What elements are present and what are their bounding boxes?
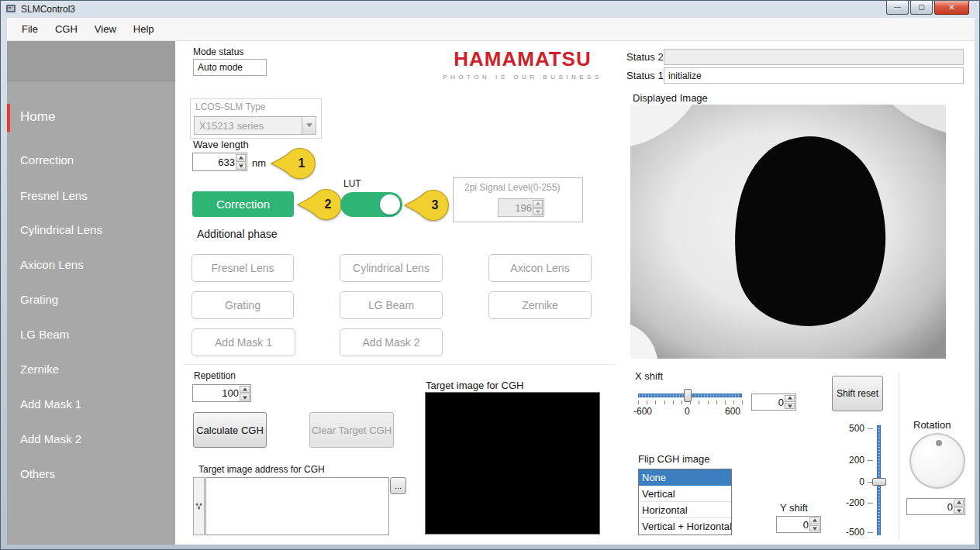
y-shift-thumb[interactable] [872,478,886,486]
flip-option-horizontal[interactable]: Horizontal [639,502,731,518]
menu-cgh[interactable]: CGH [47,20,86,38]
toggle-knob [380,194,400,215]
right-panel-divider [899,373,899,538]
phase-button-cylindrical-lens[interactable]: Cylindrical Lens [340,254,443,282]
mode-status-field: Auto mode [193,59,267,76]
sidebar-item-add-mask-1[interactable]: Add Mask 1 [7,394,175,414]
x-shift-slider[interactable]: -600 0 600 [638,390,742,422]
y-shift-input[interactable]: 0 [776,516,821,533]
y-tick [868,503,873,504]
sidebar-item-correction[interactable]: Correction [7,150,175,170]
sidebar-header-strip [7,41,175,81]
lcos-type-value: X15213 series [199,120,264,132]
status2-field [664,49,964,65]
x-shift-input[interactable]: 0 [751,394,796,411]
sidebar-item-home[interactable]: Home [7,105,175,129]
phase-button-grating[interactable]: Grating [192,291,294,319]
sidebar-item-fresnel-lens[interactable]: Fresnel Lens [7,186,175,206]
title-bar: SLMControl3 — ▢ ✕ [1,1,979,18]
menu-view[interactable]: View [86,20,125,38]
sidebar-item-add-mask-2[interactable]: Add Mask 2 [7,429,175,449]
target-image-preview [425,392,600,535]
status1-field: initialize [664,67,964,84]
y-scale-neg200: -200 [840,497,864,508]
clear-target-cgh-button: Clear Target CGH [309,412,394,448]
callout-1: 1 [271,147,319,180]
wavelength-unit: nm [252,157,266,169]
close-button[interactable]: ✕ [934,1,969,15]
menu-bar: File CGH View Help [7,18,975,41]
status2-label: Status 2 [626,51,664,63]
flip-option-none[interactable]: None [639,469,731,486]
flip-option-vertical[interactable]: Vertical [639,486,731,502]
maximize-button[interactable]: ▢ [910,1,933,15]
sidebar-item-grating[interactable]: Grating [7,290,175,310]
rotation-knob[interactable] [909,433,965,489]
additional-phase-label: Additional phase [197,228,278,240]
calculate-cgh-button[interactable]: Calculate CGH [193,412,267,448]
y-shift-spinner[interactable] [809,517,820,531]
y-scale-500: 500 [840,423,864,434]
minimize-button[interactable]: — [886,1,909,15]
signal-level-spinner [533,200,543,215]
logo-brand-text: HAMAMATSU [432,47,613,71]
callout-2: 2 [297,188,345,221]
y-tick [868,532,873,533]
rotation-input[interactable]: 0 [906,498,965,515]
signal-level-label: 2pi Signal Level(0-255) [464,182,560,193]
address-grip[interactable] [193,477,205,535]
phase-pattern-image [630,105,946,359]
phase-button-axicon-lens[interactable]: Axicon Lens [488,254,592,282]
target-image-label: Target image for CGH [426,380,523,391]
y-scale-neg500: -500 [840,527,864,538]
flip-option-vertical-horizontal[interactable]: Vertical + Horizontal [639,518,731,535]
lut-toggle[interactable] [340,192,402,217]
signal-level-input: 196 [498,198,544,217]
sidebar-item-others[interactable]: Others [7,464,175,484]
rotation-value: 0 [909,499,953,514]
chevron-down-icon[interactable] [302,117,316,134]
wavelength-label: Wave length [193,139,249,150]
repetition-input[interactable]: 100 [192,384,251,402]
displayed-image-label: Displayed Image [633,92,708,104]
rotation-spinner[interactable] [954,500,964,514]
phase-button-zernike[interactable]: Zernike [488,291,592,319]
callout-2-number: 2 [319,188,337,221]
y-shift-label: Y shift [780,502,808,514]
shift-reset-button[interactable]: Shift reset [832,376,883,411]
correction-button[interactable]: Correction [192,191,294,217]
flip-cgh-listbox: None Vertical Horizontal Vertical + Hori… [638,469,732,535]
y-shift-value: 0 [778,517,809,532]
mode-status-label: Mode status [193,46,243,57]
menu-file[interactable]: File [13,20,47,38]
y-scale-0: 0 [840,476,864,487]
menu-help[interactable]: Help [125,20,163,38]
phase-button-fresnel-lens[interactable]: Fresnel Lens [192,254,294,282]
phase-button-add-mask-2[interactable]: Add Mask 2 [340,328,443,356]
phase-button-add-mask-1[interactable]: Add Mask 1 [192,328,295,356]
section-divider [184,364,615,365]
app-window: SLMControl3 — ▢ ✕ File CGH View Help Hom… [0,0,980,550]
x-scale-max: 600 [725,406,740,417]
repetition-spinner[interactable] [240,386,250,400]
browse-button[interactable]: ... [390,477,406,494]
sidebar-item-cylindrical-lens[interactable]: Cylindrical Lens [7,220,175,240]
lut-label: LUT [343,178,361,189]
y-tick [868,460,873,461]
wavelength-value: 633 [195,153,235,170]
app-icon [6,4,17,15]
sidebar-item-lg-beam[interactable]: LG Beam [7,325,175,345]
lcos-type-dropdown[interactable]: X15213 series [194,116,316,135]
sidebar-item-zernike[interactable]: Zernike [7,359,175,380]
callout-3: 3 [404,189,452,222]
phase-button-lg-beam[interactable]: LG Beam [340,291,443,319]
node-link-icon [195,503,202,510]
sidebar: Home Correction Fresnel Lens Cylindrical… [7,41,175,545]
target-address-input[interactable] [205,477,389,535]
sidebar-item-axicon-lens[interactable]: Axicon Lens [7,255,175,275]
wavelength-spinner[interactable] [236,154,246,170]
logo-tagline-text: PHOTON IS OUR BUSINESS [432,74,613,81]
rotation-label: Rotation [913,419,951,431]
x-shift-spinner[interactable] [785,395,795,409]
wavelength-input[interactable]: 633 [192,153,247,171]
